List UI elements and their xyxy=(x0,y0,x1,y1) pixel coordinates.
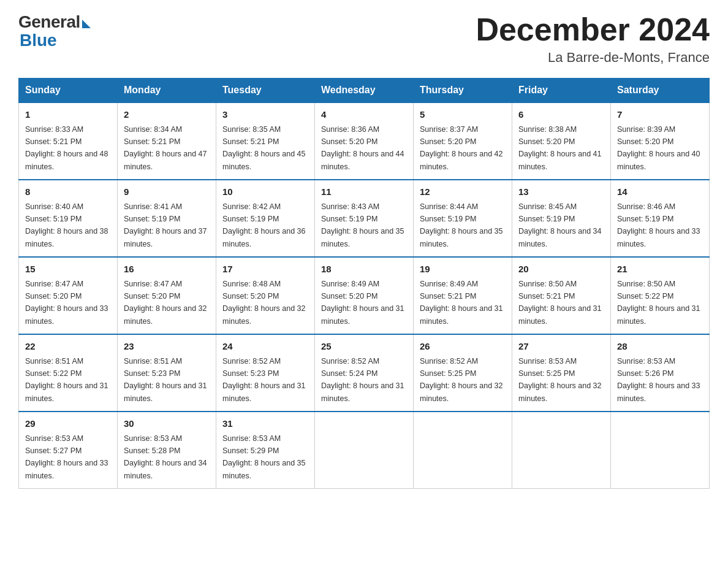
day-number: 8 xyxy=(25,185,111,199)
day-info: Sunrise: 8:51 AMSunset: 5:23 PMDaylight:… xyxy=(124,357,207,403)
day-info: Sunrise: 8:51 AMSunset: 5:22 PMDaylight:… xyxy=(25,357,108,403)
logo-arrow-icon xyxy=(82,20,91,28)
calendar-cell xyxy=(512,412,611,489)
day-info: Sunrise: 8:39 AMSunset: 5:20 PMDaylight:… xyxy=(617,125,700,171)
day-number: 19 xyxy=(420,262,506,277)
day-info: Sunrise: 8:34 AMSunset: 5:21 PMDaylight:… xyxy=(124,125,207,171)
day-info: Sunrise: 8:53 AMSunset: 5:28 PMDaylight:… xyxy=(124,434,207,480)
calendar-cell: 12 Sunrise: 8:44 AMSunset: 5:19 PMDaylig… xyxy=(414,180,512,257)
day-number: 21 xyxy=(617,262,703,277)
day-number: 6 xyxy=(518,108,604,122)
calendar-cell: 25 Sunrise: 8:52 AMSunset: 5:24 PMDaylig… xyxy=(315,334,414,412)
calendar-cell: 22 Sunrise: 8:51 AMSunset: 5:22 PMDaylig… xyxy=(19,334,118,412)
day-number: 22 xyxy=(25,340,111,354)
day-info: Sunrise: 8:52 AMSunset: 5:23 PMDaylight:… xyxy=(222,357,306,403)
col-header-saturday: Saturday xyxy=(611,79,710,103)
logo-blue-text: Blue xyxy=(20,31,57,50)
day-info: Sunrise: 8:47 AMSunset: 5:20 PMDaylight:… xyxy=(25,280,108,326)
day-number: 29 xyxy=(25,417,111,431)
calendar-cell: 16 Sunrise: 8:47 AMSunset: 5:20 PMDaylig… xyxy=(118,257,216,334)
day-info: Sunrise: 8:35 AMSunset: 5:21 PMDaylight:… xyxy=(222,125,306,171)
day-number: 3 xyxy=(222,108,308,122)
calendar-week-row-5: 29 Sunrise: 8:53 AMSunset: 5:27 PMDaylig… xyxy=(19,412,710,489)
day-number: 17 xyxy=(222,262,308,277)
calendar-cell: 7 Sunrise: 8:39 AMSunset: 5:20 PMDayligh… xyxy=(611,102,710,180)
day-info: Sunrise: 8:53 AMSunset: 5:25 PMDaylight:… xyxy=(518,357,602,403)
day-info: Sunrise: 8:50 AMSunset: 5:22 PMDaylight:… xyxy=(617,280,700,326)
day-number: 14 xyxy=(617,185,703,199)
day-number: 10 xyxy=(222,185,308,199)
calendar-cell xyxy=(315,412,414,489)
calendar-cell: 6 Sunrise: 8:38 AMSunset: 5:20 PMDayligh… xyxy=(512,102,611,180)
calendar-cell: 3 Sunrise: 8:35 AMSunset: 5:21 PMDayligh… xyxy=(216,102,315,180)
calendar-cell: 27 Sunrise: 8:53 AMSunset: 5:25 PMDaylig… xyxy=(512,334,611,412)
calendar-cell: 1 Sunrise: 8:33 AMSunset: 5:21 PMDayligh… xyxy=(19,102,118,180)
day-number: 11 xyxy=(321,185,407,199)
day-info: Sunrise: 8:45 AMSunset: 5:19 PMDaylight:… xyxy=(518,202,602,248)
col-header-monday: Monday xyxy=(118,79,216,103)
calendar-cell: 10 Sunrise: 8:42 AMSunset: 5:19 PMDaylig… xyxy=(216,180,315,257)
day-info: Sunrise: 8:41 AMSunset: 5:19 PMDaylight:… xyxy=(124,202,207,248)
calendar-cell: 8 Sunrise: 8:40 AMSunset: 5:19 PMDayligh… xyxy=(19,180,118,257)
day-number: 13 xyxy=(518,185,604,199)
day-number: 24 xyxy=(222,340,308,354)
day-number: 23 xyxy=(124,340,210,354)
calendar-week-row-4: 22 Sunrise: 8:51 AMSunset: 5:22 PMDaylig… xyxy=(19,334,710,412)
calendar-cell: 5 Sunrise: 8:37 AMSunset: 5:20 PMDayligh… xyxy=(414,102,512,180)
calendar-cell: 14 Sunrise: 8:46 AMSunset: 5:19 PMDaylig… xyxy=(611,180,710,257)
day-number: 4 xyxy=(321,108,407,122)
day-info: Sunrise: 8:48 AMSunset: 5:20 PMDaylight:… xyxy=(222,280,306,326)
day-number: 25 xyxy=(321,340,407,354)
title-section: December 2024 La Barre-de-Monts, France xyxy=(476,12,710,66)
day-info: Sunrise: 8:44 AMSunset: 5:19 PMDaylight:… xyxy=(420,202,503,248)
day-number: 5 xyxy=(420,108,506,122)
day-info: Sunrise: 8:37 AMSunset: 5:20 PMDaylight:… xyxy=(420,125,503,171)
page-header: General Blue December 2024 La Barre-de-M… xyxy=(18,12,710,66)
col-header-friday: Friday xyxy=(512,79,611,103)
calendar-cell xyxy=(414,412,512,489)
month-title: December 2024 xyxy=(476,12,710,47)
calendar-cell: 19 Sunrise: 8:49 AMSunset: 5:21 PMDaylig… xyxy=(414,257,512,334)
calendar-week-row-2: 8 Sunrise: 8:40 AMSunset: 5:19 PMDayligh… xyxy=(19,180,710,257)
col-header-sunday: Sunday xyxy=(19,79,118,103)
day-info: Sunrise: 8:50 AMSunset: 5:21 PMDaylight:… xyxy=(518,280,602,326)
day-info: Sunrise: 8:53 AMSunset: 5:29 PMDaylight:… xyxy=(222,434,306,480)
calendar-cell: 29 Sunrise: 8:53 AMSunset: 5:27 PMDaylig… xyxy=(19,412,118,489)
calendar-cell: 11 Sunrise: 8:43 AMSunset: 5:19 PMDaylig… xyxy=(315,180,414,257)
col-header-tuesday: Tuesday xyxy=(216,79,315,103)
location-subtitle: La Barre-de-Monts, France xyxy=(476,50,710,66)
day-info: Sunrise: 8:49 AMSunset: 5:21 PMDaylight:… xyxy=(420,280,503,326)
day-number: 30 xyxy=(124,417,210,431)
calendar-cell xyxy=(611,412,710,489)
calendar-cell: 30 Sunrise: 8:53 AMSunset: 5:28 PMDaylig… xyxy=(118,412,216,489)
day-number: 1 xyxy=(25,108,111,122)
day-info: Sunrise: 8:38 AMSunset: 5:20 PMDaylight:… xyxy=(518,125,602,171)
day-number: 31 xyxy=(222,417,308,431)
calendar-cell: 28 Sunrise: 8:53 AMSunset: 5:26 PMDaylig… xyxy=(611,334,710,412)
day-info: Sunrise: 8:46 AMSunset: 5:19 PMDaylight:… xyxy=(617,202,700,248)
calendar-cell: 20 Sunrise: 8:50 AMSunset: 5:21 PMDaylig… xyxy=(512,257,611,334)
calendar-week-row-3: 15 Sunrise: 8:47 AMSunset: 5:20 PMDaylig… xyxy=(19,257,710,334)
day-number: 18 xyxy=(321,262,407,277)
calendar-cell: 4 Sunrise: 8:36 AMSunset: 5:20 PMDayligh… xyxy=(315,102,414,180)
day-number: 28 xyxy=(617,340,703,354)
calendar-cell: 18 Sunrise: 8:49 AMSunset: 5:20 PMDaylig… xyxy=(315,257,414,334)
calendar-cell: 17 Sunrise: 8:48 AMSunset: 5:20 PMDaylig… xyxy=(216,257,315,334)
day-info: Sunrise: 8:52 AMSunset: 5:25 PMDaylight:… xyxy=(420,357,503,403)
day-info: Sunrise: 8:52 AMSunset: 5:24 PMDaylight:… xyxy=(321,357,404,403)
calendar-cell: 9 Sunrise: 8:41 AMSunset: 5:19 PMDayligh… xyxy=(118,180,216,257)
day-number: 26 xyxy=(420,340,506,354)
col-header-thursday: Thursday xyxy=(414,79,512,103)
day-info: Sunrise: 8:47 AMSunset: 5:20 PMDaylight:… xyxy=(124,280,207,326)
calendar-cell: 21 Sunrise: 8:50 AMSunset: 5:22 PMDaylig… xyxy=(611,257,710,334)
logo: General Blue xyxy=(18,12,91,50)
day-number: 7 xyxy=(617,108,703,122)
day-info: Sunrise: 8:33 AMSunset: 5:21 PMDaylight:… xyxy=(25,125,108,171)
calendar-cell: 13 Sunrise: 8:45 AMSunset: 5:19 PMDaylig… xyxy=(512,180,611,257)
day-info: Sunrise: 8:49 AMSunset: 5:20 PMDaylight:… xyxy=(321,280,404,326)
calendar-header-row: Sunday Monday Tuesday Wednesday Thursday… xyxy=(19,79,710,103)
calendar-cell: 23 Sunrise: 8:51 AMSunset: 5:23 PMDaylig… xyxy=(118,334,216,412)
day-number: 15 xyxy=(25,262,111,277)
calendar-cell: 24 Sunrise: 8:52 AMSunset: 5:23 PMDaylig… xyxy=(216,334,315,412)
col-header-wednesday: Wednesday xyxy=(315,79,414,103)
